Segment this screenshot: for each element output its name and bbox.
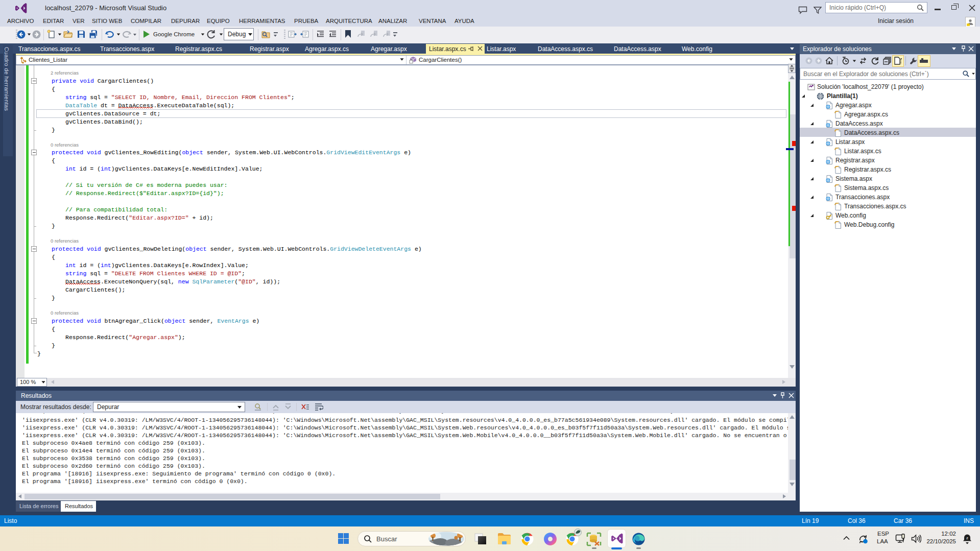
svg-text:z: z [966,536,968,540]
